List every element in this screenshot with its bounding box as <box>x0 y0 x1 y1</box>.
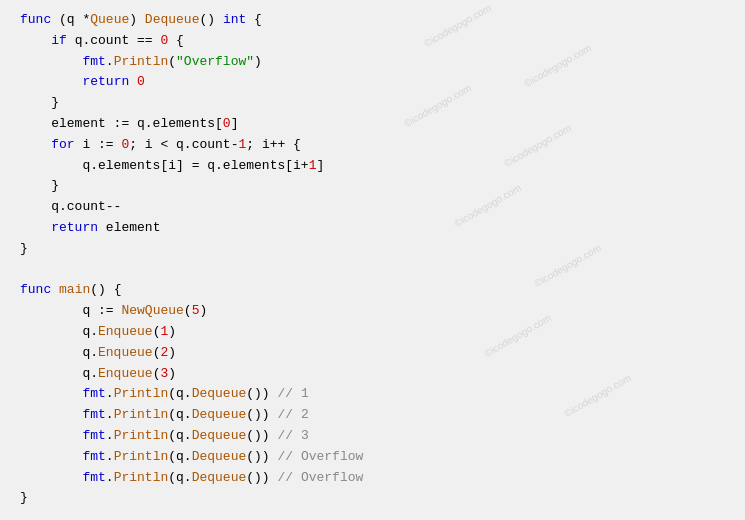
code-line-17: q.Enqueue(3) <box>20 364 725 385</box>
code-line-1: func (q *Queue) Dequeue() int { <box>20 10 725 31</box>
code-line-5: } <box>20 93 725 114</box>
code-line-11: return element <box>20 218 725 239</box>
code-line-16: q.Enqueue(2) <box>20 343 725 364</box>
code-line-2: if q.count == 0 { <box>20 31 725 52</box>
code-line-18: fmt.Println(q.Dequeue()) // 1 <box>20 384 725 405</box>
code-line-10: q.count-- <box>20 197 725 218</box>
code-block: ©icodegogo.com ©icodegogo.com ©icodegogo… <box>0 0 745 519</box>
code-line-12: } <box>20 239 725 260</box>
code-line-6: element := q.elements[0] <box>20 114 725 135</box>
code-line-20: fmt.Println(q.Dequeue()) // 3 <box>20 426 725 447</box>
code-line-22: fmt.Println(q.Dequeue()) // Overflow <box>20 468 725 489</box>
code-line-23: } <box>20 488 725 509</box>
code-line-4: return 0 <box>20 72 725 93</box>
code-line-19: fmt.Println(q.Dequeue()) // 2 <box>20 405 725 426</box>
code-line-7: for i := 0; i < q.count-1; i++ { <box>20 135 725 156</box>
code-line-9: } <box>20 176 725 197</box>
code-line-blank <box>20 260 725 281</box>
code-line-15: q.Enqueue(1) <box>20 322 725 343</box>
code-line-21: fmt.Println(q.Dequeue()) // Overflow <box>20 447 725 468</box>
code-line-8: q.elements[i] = q.elements[i+1] <box>20 156 725 177</box>
code-line-13: func main() { <box>20 280 725 301</box>
code-line-3: fmt.Println("Overflow") <box>20 52 725 73</box>
code-line-14: q := NewQueue(5) <box>20 301 725 322</box>
